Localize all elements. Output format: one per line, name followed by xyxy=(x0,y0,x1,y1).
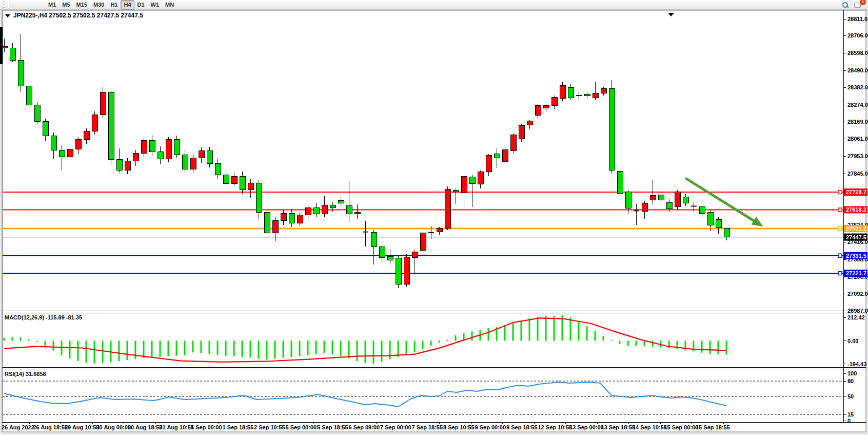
candle[interactable] xyxy=(272,220,278,233)
candle[interactable] xyxy=(658,195,664,200)
candle[interactable] xyxy=(379,247,385,258)
candle[interactable] xyxy=(453,190,459,192)
candle[interactable] xyxy=(437,229,442,232)
level-handle[interactable] xyxy=(838,226,842,230)
candle[interactable] xyxy=(166,139,171,159)
candle[interactable] xyxy=(264,212,270,233)
candle[interactable] xyxy=(256,183,262,212)
candle-doji[interactable] xyxy=(691,206,697,207)
candle[interactable] xyxy=(199,151,204,158)
candle-doji[interactable] xyxy=(576,95,582,96)
candle[interactable] xyxy=(404,257,409,285)
candle[interactable] xyxy=(297,215,303,223)
candle[interactable] xyxy=(502,149,508,161)
level-handle[interactable] xyxy=(838,208,842,212)
search-button[interactable] xyxy=(839,0,852,10)
candle[interactable] xyxy=(305,207,311,215)
candle[interactable] xyxy=(313,207,319,214)
candle[interactable] xyxy=(478,172,483,184)
candle[interactable] xyxy=(248,183,253,190)
candle[interactable] xyxy=(486,156,491,172)
candle[interactable] xyxy=(412,252,418,258)
candle[interactable] xyxy=(174,139,180,155)
candle[interactable] xyxy=(223,175,229,184)
candle[interactable] xyxy=(18,60,24,86)
candle[interactable] xyxy=(601,89,606,93)
candle[interactable] xyxy=(133,153,139,161)
candle[interactable] xyxy=(10,48,15,60)
timeframe-h1[interactable]: H1 xyxy=(107,0,121,10)
timeframe-d1[interactable]: D1 xyxy=(134,0,148,10)
timeframe-m1[interactable]: M1 xyxy=(45,0,59,10)
candle[interactable] xyxy=(396,258,401,285)
candle[interactable] xyxy=(535,106,541,116)
candle[interactable] xyxy=(43,121,48,136)
candle[interactable] xyxy=(494,154,500,158)
level-handle[interactable] xyxy=(838,190,842,194)
candle[interactable] xyxy=(699,207,705,213)
candle[interactable] xyxy=(149,140,155,152)
timeframe-w1[interactable]: W1 xyxy=(148,0,163,10)
candle[interactable] xyxy=(59,150,65,157)
candle[interactable] xyxy=(551,97,557,106)
chat-button[interactable]: 1 xyxy=(852,0,864,10)
candle[interactable] xyxy=(543,105,549,108)
candle[interactable] xyxy=(625,192,631,208)
candle[interactable] xyxy=(461,176,467,193)
candle[interactable] xyxy=(560,86,565,99)
candle[interactable] xyxy=(527,121,532,125)
candle[interactable] xyxy=(371,232,377,247)
candle[interactable] xyxy=(322,205,327,214)
candle[interactable] xyxy=(354,212,360,214)
candle[interactable] xyxy=(519,126,524,139)
candle[interactable] xyxy=(420,233,426,250)
candle[interactable] xyxy=(51,136,56,150)
candle[interactable] xyxy=(675,192,680,207)
candle[interactable] xyxy=(642,203,647,211)
candle[interactable] xyxy=(125,161,130,170)
toolbar-grip[interactable] xyxy=(3,1,5,8)
candle-doji[interactable] xyxy=(428,232,434,233)
candle[interactable] xyxy=(510,135,516,150)
candle[interactable] xyxy=(650,195,656,200)
chart-shift-button[interactable]: ↦ xyxy=(6,0,45,1)
candle[interactable] xyxy=(100,92,106,115)
candle[interactable] xyxy=(75,139,81,149)
candle[interactable] xyxy=(716,219,721,228)
candle[interactable] xyxy=(707,212,713,225)
candle[interactable] xyxy=(330,205,336,208)
timeframe-m30[interactable]: M30 xyxy=(90,0,107,10)
timeframe-m15[interactable]: M15 xyxy=(73,0,90,10)
candle[interactable] xyxy=(157,152,163,159)
candle[interactable] xyxy=(26,86,32,105)
candle[interactable] xyxy=(593,93,598,98)
candle[interactable] xyxy=(445,190,450,229)
candle[interactable] xyxy=(92,115,97,131)
candle[interactable] xyxy=(666,202,672,209)
candle-doji[interactable] xyxy=(634,211,639,212)
candle[interactable] xyxy=(338,200,344,203)
candle[interactable] xyxy=(67,149,73,157)
candle[interactable] xyxy=(346,205,352,214)
candle[interactable] xyxy=(231,177,237,184)
candle[interactable] xyxy=(190,158,196,169)
candle[interactable] xyxy=(584,94,590,96)
candle-doji[interactable] xyxy=(363,232,368,233)
level-handle[interactable] xyxy=(838,254,842,257)
level-handle[interactable] xyxy=(838,271,842,275)
candle[interactable] xyxy=(182,155,188,169)
candle[interactable] xyxy=(469,177,475,183)
candle[interactable] xyxy=(609,89,615,171)
candle[interactable] xyxy=(281,213,286,220)
candle[interactable] xyxy=(568,87,574,98)
candle[interactable] xyxy=(207,151,212,164)
candle[interactable] xyxy=(387,256,393,260)
candle[interactable] xyxy=(617,171,623,193)
candle[interactable] xyxy=(683,197,688,203)
timeframe-m5[interactable]: M5 xyxy=(59,0,73,10)
candle[interactable] xyxy=(84,131,89,140)
candle[interactable] xyxy=(108,92,114,160)
candle[interactable] xyxy=(289,213,294,223)
candle[interactable] xyxy=(240,177,245,190)
timeframe-h4[interactable]: H4 xyxy=(121,0,134,10)
